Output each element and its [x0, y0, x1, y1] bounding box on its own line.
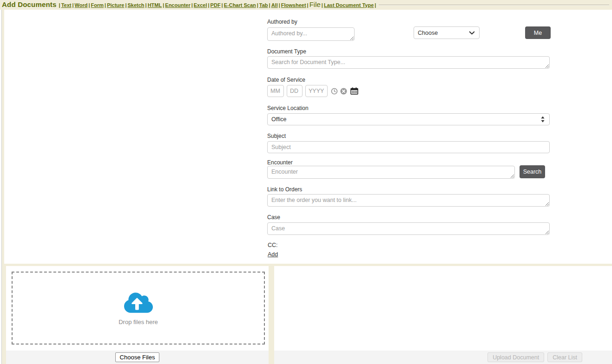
- case-label: Case: [267, 214, 280, 221]
- page-title: Add Documents: [2, 0, 57, 9]
- choose-select-value: Choose: [418, 30, 438, 36]
- doc-type-link-excel[interactable]: Excel: [194, 2, 207, 8]
- nav-separator: |: [307, 2, 309, 8]
- doc-type-link-e-chart-scan[interactable]: E-Chart Scan: [224, 2, 256, 8]
- doc-type-link-file[interactable]: File: [309, 0, 321, 8]
- nav-separator: |: [125, 2, 126, 8]
- doc-type-link-last-document-type[interactable]: Last Document Type: [324, 2, 374, 8]
- header-divider-line: [379, 5, 609, 5]
- authored-by-label: Authored by: [267, 19, 297, 25]
- chevron-down-icon: [469, 31, 475, 35]
- nav-separator: |: [222, 2, 223, 8]
- service-location-select[interactable]: Office: [267, 113, 550, 125]
- date-dd-input[interactable]: [287, 85, 303, 97]
- doc-type-link-encounter[interactable]: Encounter: [165, 2, 190, 8]
- authored-by-input[interactable]: [267, 27, 355, 41]
- nav-separator: |: [72, 2, 74, 8]
- doc-type-link-text[interactable]: Text: [61, 2, 72, 8]
- nav-separator: |: [269, 2, 270, 8]
- drop-files-text: Drop files here: [118, 318, 158, 325]
- doc-type-link-tab[interactable]: Tab: [259, 2, 268, 8]
- x-circle-icon[interactable]: [340, 88, 347, 95]
- nav-separator: |: [257, 2, 258, 8]
- nav-separator: |: [105, 2, 106, 8]
- nav-separator: |: [59, 2, 60, 8]
- nav-separator: |: [145, 2, 147, 8]
- file-upload-panel: Drop files here Choose Files: [6, 266, 269, 364]
- doc-type-link-picture[interactable]: Picture: [107, 2, 124, 8]
- cc-label: CC:: [268, 242, 278, 248]
- me-button[interactable]: Me: [525, 26, 551, 39]
- document-type-input[interactable]: [267, 56, 550, 69]
- encounter-search-button[interactable]: Search: [520, 165, 545, 178]
- doc-type-link-pdf[interactable]: PDF: [211, 2, 221, 8]
- service-location-value: Office: [271, 116, 286, 123]
- authored-by-choose-select[interactable]: Choose: [414, 26, 480, 39]
- doc-type-link-form[interactable]: Form: [91, 2, 104, 8]
- link-to-orders-input[interactable]: [267, 194, 550, 207]
- header-nav: |Text|Word|Form|Picture|Sketch|HTML|Enco…: [58, 0, 377, 10]
- doc-type-link-all[interactable]: All: [271, 2, 278, 8]
- doc-type-link-html[interactable]: HTML: [148, 2, 162, 8]
- subject-input[interactable]: [267, 141, 550, 153]
- clear-list-button[interactable]: Clear List: [547, 352, 582, 362]
- nav-separator: |: [191, 2, 193, 8]
- link-to-orders-label: Link to Orders: [267, 186, 302, 193]
- nav-separator: |: [208, 2, 210, 8]
- upload-actions-strip: Upload Document Clear List: [274, 351, 612, 364]
- clock-icon[interactable]: [331, 88, 338, 95]
- choose-files-button[interactable]: Choose Files: [115, 352, 160, 362]
- nav-separator: |: [375, 2, 376, 8]
- subject-label: Subject: [267, 133, 286, 139]
- left-margin-strip: [2, 10, 4, 264]
- upload-document-button[interactable]: Upload Document: [487, 352, 544, 362]
- encounter-input[interactable]: [267, 166, 515, 179]
- case-input[interactable]: [267, 222, 550, 235]
- doc-type-link-flowsheet[interactable]: Flowsheet: [281, 2, 306, 8]
- header-bar: Add Documents |Text|Word|Form|Picture|Sk…: [0, 0, 612, 10]
- cloud-upload-icon: [124, 291, 153, 314]
- nav-separator: |: [88, 2, 90, 8]
- date-yyyy-input[interactable]: [305, 85, 328, 97]
- date-of-service-label: Date of Service: [267, 77, 305, 83]
- encounter-label: Encounter: [267, 159, 293, 166]
- doc-type-link-word[interactable]: Word: [75, 2, 88, 8]
- calendar-icon[interactable]: [350, 87, 358, 95]
- date-mm-input[interactable]: [267, 85, 284, 97]
- nav-separator: |: [322, 2, 323, 8]
- drop-files-zone[interactable]: Drop files here: [12, 272, 265, 344]
- cc-add-link[interactable]: Add: [268, 251, 278, 258]
- choose-files-strip: Choose Files: [6, 351, 269, 364]
- nav-separator: |: [279, 2, 280, 8]
- doc-type-link-sketch[interactable]: Sketch: [128, 2, 145, 8]
- nav-separator: |: [163, 2, 164, 8]
- file-list-panel: Upload Document Clear List: [274, 266, 612, 364]
- up-down-select-icon: [540, 116, 545, 123]
- document-type-label: Document Type: [267, 48, 306, 55]
- service-location-label: Service Location: [267, 105, 309, 111]
